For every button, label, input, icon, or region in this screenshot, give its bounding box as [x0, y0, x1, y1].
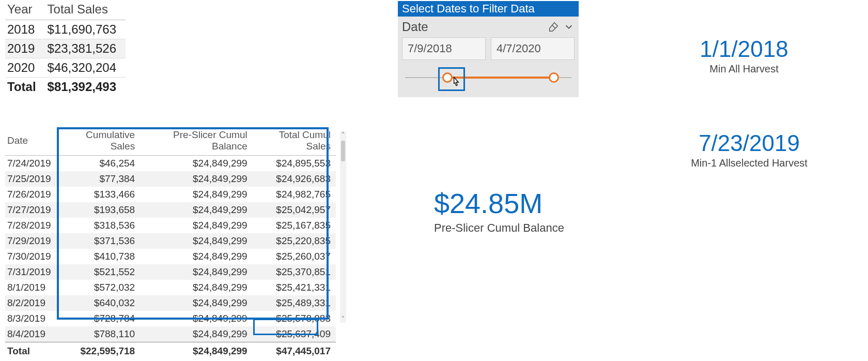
total-label: Total: [5, 342, 61, 359]
cell-date: 7/29/2019: [5, 233, 61, 249]
cell-total-sales: $46,320,204: [45, 58, 126, 78]
cell-cumulative-sales: $410,738: [61, 249, 140, 264]
cell-date: 7/25/2019: [5, 171, 61, 187]
cell-cumulative-sales: $193,658: [61, 202, 140, 218]
cell-date: 8/2/2019: [5, 295, 61, 311]
date-slicer[interactable]: Select Dates to Filter Data Date: [398, 1, 579, 97]
col-header-pre-slicer-balance[interactable]: Pre-Slicer Cumul Balance: [140, 127, 253, 156]
cell-year: 2019: [5, 39, 45, 58]
kpi-min-all-harvest[interactable]: 1/1/2018 Min All Harvest: [661, 36, 827, 75]
total-cumulative-sales: $22,595,718: [61, 342, 140, 359]
year-sales-matrix[interactable]: Year Total Sales 2018$11,690,7632019$23,…: [5, 0, 126, 96]
cell-cumulative-sales: $640,032: [61, 295, 140, 311]
kpi-value: 7/23/2019: [661, 130, 837, 156]
cell-total-cumul-sales: $25,042,957: [253, 202, 336, 218]
table-row[interactable]: 7/27/2019$193,658$24,849,299$25,042,957: [5, 202, 336, 218]
table-row[interactable]: 7/24/2019$46,254$24,849,299$24,895,553: [5, 156, 336, 172]
table-row[interactable]: 8/4/2019$788,110$24,849,299$25,637,409: [5, 326, 336, 342]
total-total-cumul-sales: $47,445,017: [253, 342, 336, 359]
cell-total-cumul-sales: $25,489,331: [253, 295, 336, 311]
cell-pre-slicer-balance: $24,849,299: [140, 202, 253, 218]
col-header-year[interactable]: Year: [5, 0, 45, 20]
kpi-min1-allselected-harvest[interactable]: 7/23/2019 Min-1 Allselected Harvest: [661, 130, 837, 169]
slicer-start-date[interactable]: 7/9/2018: [402, 37, 486, 60]
table-row[interactable]: 7/31/2019$521,552$24,849,299$25,370,851: [5, 264, 336, 280]
cell-pre-slicer-balance: $24,849,299: [140, 171, 253, 187]
col-header-cumulative-sales[interactable]: Cumulative Sales: [61, 127, 140, 156]
cell-total-cumul-sales: $25,637,409: [253, 326, 336, 342]
cell-cumulative-sales: $728,784: [61, 311, 140, 326]
kpi-label: Pre-Slicer Cumul Balance: [434, 221, 564, 235]
cell-cumulative-sales: $788,110: [61, 326, 140, 342]
cell-total-cumul-sales: $25,421,331: [253, 280, 336, 295]
table-row[interactable]: 8/2/2019$640,032$24,849,299$25,489,331: [5, 295, 336, 311]
cell-total-cumul-sales: $25,370,851: [253, 264, 336, 280]
detail-table[interactable]: Date Cumulative Sales Pre-Slicer Cumul B…: [5, 127, 346, 359]
table-row[interactable]: 7/29/2019$371,536$24,849,299$25,220,835: [5, 233, 336, 249]
chevron-down-icon[interactable]: [563, 21, 575, 33]
cell-year: 2018: [5, 20, 45, 39]
cell-date: 7/27/2019: [5, 202, 61, 218]
table-row[interactable]: 7/26/2019$133,466$24,849,299$24,982,765: [5, 187, 336, 202]
col-header-date[interactable]: Date: [5, 127, 61, 156]
year-matrix-total-row: Total $81,392,493: [5, 78, 126, 97]
cell-pre-slicer-balance: $24,849,299: [140, 233, 253, 249]
slider-handle-end[interactable]: [549, 72, 559, 83]
cell-cumulative-sales: $572,032: [61, 280, 140, 295]
detail-total-row: Total $22,595,718 $24,849,299 $47,445,01…: [5, 342, 336, 359]
cell-cumulative-sales: $77,384: [61, 171, 140, 187]
kpi-value: 1/1/2018: [661, 36, 827, 62]
table-row[interactable]: 2018$11,690,763: [5, 20, 126, 39]
scroll-down-arrow-icon[interactable]: ˅: [342, 315, 345, 323]
cell-cumulative-sales: $318,536: [61, 218, 140, 233]
cell-cumulative-sales: $371,536: [61, 233, 140, 249]
cell-pre-slicer-balance: $24,849,299: [140, 311, 253, 326]
col-header-total-cumul-sales[interactable]: Total Cumul Sales: [253, 127, 336, 156]
slicer-end-date[interactable]: 4/7/2020: [491, 37, 575, 60]
cell-year: 2020: [5, 58, 45, 78]
cell-total-cumul-sales: $25,260,037: [253, 249, 336, 264]
slicer-track[interactable]: [405, 72, 571, 83]
slicer-title: Select Dates to Filter Data: [398, 1, 579, 17]
cell-pre-slicer-balance: $24,849,299: [140, 156, 253, 172]
table-row[interactable]: 7/25/2019$77,384$24,849,299$24,926,683: [5, 171, 336, 187]
cell-total-sales: $11,690,763: [45, 20, 126, 39]
cell-total-cumul-sales: $24,982,765: [253, 187, 336, 202]
kpi-pre-slicer-balance[interactable]: $24.85M Pre-Slicer Cumul Balance: [434, 187, 564, 235]
table-row[interactable]: 8/3/2019$728,784$24,849,299$25,578,083: [5, 311, 336, 326]
cell-date: 8/3/2019: [5, 311, 61, 326]
table-row[interactable]: 7/28/2019$318,536$24,849,299$25,167,835: [5, 218, 336, 233]
kpi-value: $24.85M: [434, 187, 564, 219]
cell-date: 8/1/2019: [5, 280, 61, 295]
slicer-field-name: Date: [402, 20, 428, 34]
kpi-label: Min All Harvest: [661, 63, 827, 75]
cell-date: 7/30/2019: [5, 249, 61, 264]
cell-date: 7/31/2019: [5, 264, 61, 280]
cell-pre-slicer-balance: $24,849,299: [140, 295, 253, 311]
cell-date: 7/28/2019: [5, 218, 61, 233]
pointer-cursor-icon: [450, 76, 463, 89]
scroll-up-arrow-icon[interactable]: ˄: [342, 131, 345, 139]
cell-total-cumul-sales: $25,578,083: [253, 311, 336, 326]
cell-cumulative-sales: $46,254: [61, 156, 140, 172]
table-row[interactable]: 2020$46,320,204: [5, 58, 126, 78]
table-row[interactable]: 7/30/2019$410,738$24,849,299$25,260,037: [5, 249, 336, 264]
cell-total-sales: $23,381,526: [45, 39, 126, 58]
table-row[interactable]: 2019$23,381,526: [5, 39, 126, 58]
cell-date: 7/26/2019: [5, 187, 61, 202]
cell-total-cumul-sales: $25,220,835: [253, 233, 336, 249]
cell-pre-slicer-balance: $24,849,299: [140, 280, 253, 295]
table-row[interactable]: 8/1/2019$572,032$24,849,299$25,421,331: [5, 280, 336, 295]
cell-cumulative-sales: $521,552: [61, 264, 140, 280]
cell-pre-slicer-balance: $24,849,299: [140, 326, 253, 342]
cell-pre-slicer-balance: $24,849,299: [140, 218, 253, 233]
cell-total-cumul-sales: $25,167,835: [253, 218, 336, 233]
kpi-label: Min-1 Allselected Harvest: [661, 157, 837, 169]
eraser-icon[interactable]: [548, 21, 559, 33]
cell-total-cumul-sales: $24,926,683: [253, 171, 336, 187]
cell-date: 8/4/2019: [5, 326, 61, 342]
scrollbar-thumb[interactable]: [341, 141, 345, 161]
table-scrollbar[interactable]: ˄ ˅: [340, 131, 346, 323]
col-header-total-sales[interactable]: Total Sales: [45, 0, 126, 20]
total-value: $81,392,493: [45, 78, 126, 97]
